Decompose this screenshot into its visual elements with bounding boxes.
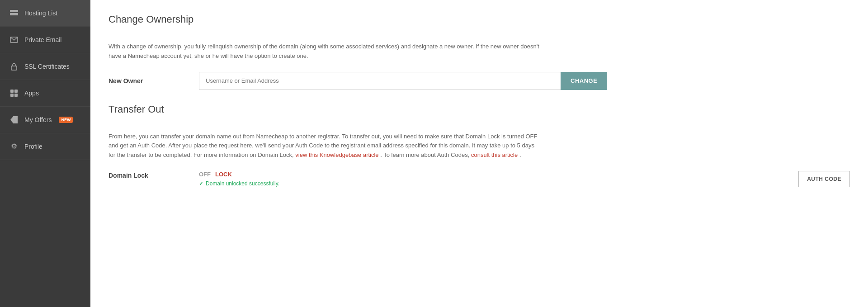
new-owner-label: New Owner — [108, 77, 199, 85]
sidebar-item-apps[interactable]: Apps — [0, 80, 90, 107]
sidebar-item-label: Private Email — [24, 36, 61, 43]
change-button[interactable]: CHANGE — [561, 72, 607, 90]
auth-code-button[interactable]: AUTH CODE — [798, 171, 850, 187]
sidebar-item-profile[interactable]: ⚙ Profile — [0, 133, 90, 160]
sidebar-item-ssl-certificates[interactable]: SSL Certificates — [0, 53, 90, 80]
section-divider-1 — [108, 31, 850, 31]
sidebar: Hosting List Private Email SSL Certifica… — [0, 0, 90, 307]
email-icon — [9, 35, 19, 45]
new-owner-input[interactable] — [199, 72, 561, 90]
domain-lock-row: Domain Lock OFF LOCK Domain unlocked suc… — [108, 171, 850, 187]
sidebar-item-my-offers[interactable]: My Offers NEW — [0, 107, 90, 133]
knowledgebase-link[interactable]: view this Knowledgebase article — [295, 151, 378, 158]
toggle-lock[interactable]: LOCK — [215, 171, 232, 178]
grid-icon — [9, 88, 19, 98]
change-ownership-title: Change Ownership — [108, 14, 850, 25]
new-badge: NEW — [59, 117, 73, 123]
transfer-description-part3: . — [519, 151, 521, 158]
lock-icon — [9, 61, 19, 71]
transfer-out-title: Transfer Out — [108, 104, 850, 115]
transfer-out-section: Transfer Out From here, you can transfer… — [108, 104, 850, 187]
gear-icon: ⚙ — [9, 142, 19, 151]
sidebar-item-label: Profile — [24, 143, 42, 150]
transfer-description-part2: . To learn more about Auth Codes, — [380, 151, 469, 158]
domain-unlocked-message: Domain unlocked successfully. — [199, 180, 279, 187]
sidebar-item-hosting-list[interactable]: Hosting List — [0, 0, 90, 27]
sidebar-item-private-email[interactable]: Private Email — [0, 27, 90, 53]
auth-code-area: AUTH CODE — [798, 171, 850, 187]
auth-codes-link[interactable]: consult this article — [471, 151, 518, 158]
toggle-off: OFF — [199, 171, 211, 178]
main-content: Change Ownership With a change of owners… — [90, 0, 868, 307]
change-ownership-description: With a change of ownership, you fully re… — [108, 42, 542, 61]
section-divider-2 — [108, 121, 850, 121]
server-icon — [9, 8, 19, 18]
sidebar-item-label: Hosting List — [24, 9, 57, 17]
tag-icon — [9, 115, 19, 125]
svg-rect-1 — [11, 66, 17, 70]
transfer-out-description: From here, you can transfer your domain … — [108, 132, 542, 160]
domain-lock-controls: OFF LOCK Domain unlocked successfully. — [199, 171, 279, 187]
sidebar-item-label: Apps — [24, 90, 39, 97]
sidebar-item-label: My Offers — [24, 116, 52, 123]
sidebar-item-label: SSL Certificates — [24, 63, 70, 70]
change-ownership-section: Change Ownership With a change of owners… — [108, 14, 850, 90]
new-owner-row: New Owner CHANGE — [108, 72, 850, 90]
domain-lock-toggle: OFF LOCK — [199, 171, 279, 178]
domain-lock-label: Domain Lock — [108, 171, 199, 179]
